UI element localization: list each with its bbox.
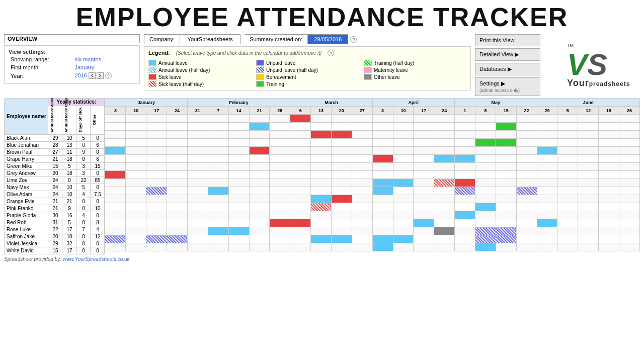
calendar-cell[interactable] xyxy=(496,195,516,203)
calendar-cell[interactable] xyxy=(475,155,496,163)
calendar-cell[interactable] xyxy=(249,139,270,147)
calendar-cell[interactable] xyxy=(167,139,188,147)
calendar-cell[interactable] xyxy=(352,131,372,139)
table-row[interactable]: Green Mike 15 5 3 15 xyxy=(5,163,105,170)
legend-help-icon[interactable]: ? xyxy=(328,50,334,56)
calendar-row[interactable] xyxy=(105,235,640,243)
calendar-cell[interactable] xyxy=(331,155,352,163)
calendar-cell[interactable] xyxy=(578,203,599,211)
calendar-cell[interactable] xyxy=(126,203,146,211)
calendar-cell[interactable] xyxy=(290,227,311,235)
calendar-cell[interactable] xyxy=(455,171,475,179)
calendar-cell[interactable] xyxy=(393,155,414,163)
calendar-cell[interactable] xyxy=(311,179,332,187)
calendar-cell[interactable] xyxy=(167,227,188,235)
calendar-cell[interactable] xyxy=(455,163,475,171)
calendar-cell[interactable] xyxy=(167,203,188,211)
calendar-cell[interactable] xyxy=(105,203,126,211)
calendar-cell[interactable] xyxy=(516,195,537,203)
calendar-cell[interactable] xyxy=(208,219,228,227)
calendar-cell[interactable] xyxy=(619,155,639,163)
table-row[interactable]: Brown Paul 27 11 9 0 xyxy=(5,149,105,156)
calendar-cell[interactable] xyxy=(496,187,516,195)
calendar-cell[interactable] xyxy=(496,171,516,179)
calendar-cell[interactable] xyxy=(619,139,639,147)
calendar-cell[interactable] xyxy=(434,187,455,195)
calendar-cell[interactable] xyxy=(372,131,393,139)
calendar-cell[interactable] xyxy=(187,155,208,163)
calendar-cell[interactable] xyxy=(228,203,249,211)
table-row[interactable]: Lime Zoe 24 0 22 85 xyxy=(5,177,105,184)
calendar-cell[interactable] xyxy=(393,139,414,147)
calendar-cell[interactable] xyxy=(557,147,578,155)
calendar-cell[interactable] xyxy=(208,211,228,219)
calendar-cell[interactable] xyxy=(578,163,599,171)
calendar-cell[interactable] xyxy=(619,123,639,131)
calendar-cell[interactable] xyxy=(619,147,639,155)
calendar-cell[interactable] xyxy=(167,211,188,219)
legend-sick[interactable]: Sick leave xyxy=(148,74,251,80)
calendar-cell[interactable] xyxy=(290,123,311,131)
calendar-cell[interactable] xyxy=(228,115,249,123)
calendar-cell[interactable] xyxy=(208,147,228,155)
calendar-row[interactable] xyxy=(105,131,640,139)
calendar-cell[interactable] xyxy=(290,163,311,171)
calendar-cell[interactable] xyxy=(372,155,393,163)
calendar-cell[interactable] xyxy=(496,115,516,123)
calendar-cell[interactable] xyxy=(126,227,146,235)
calendar-cell[interactable] xyxy=(187,195,208,203)
calendar-cell[interactable] xyxy=(187,147,208,155)
table-row[interactable]: Purple Gloria 30 16 4 0 xyxy=(5,212,105,219)
legend-annual[interactable]: Annual leave xyxy=(148,60,251,66)
calendar-cell[interactable] xyxy=(434,211,455,219)
calendar-cell[interactable] xyxy=(208,195,228,203)
calendar-cell[interactable] xyxy=(537,115,557,123)
calendar-cell[interactable] xyxy=(455,235,475,243)
calendar-cell[interactable] xyxy=(619,219,639,227)
calendar-cell[interactable] xyxy=(496,131,516,139)
calendar-cell[interactable] xyxy=(475,219,496,227)
calendar-cell[interactable] xyxy=(228,243,249,251)
calendar-cell[interactable] xyxy=(496,219,516,227)
calendar-cell[interactable] xyxy=(126,187,146,195)
calendar-row[interactable] xyxy=(105,115,640,123)
calendar-cell[interactable] xyxy=(393,227,414,235)
calendar-cell[interactable] xyxy=(578,171,599,179)
calendar-cell[interactable] xyxy=(311,155,332,163)
calendar-cell[interactable] xyxy=(537,123,557,131)
calendar-cell[interactable] xyxy=(434,171,455,179)
calendar-cell[interactable] xyxy=(228,171,249,179)
calendar-cell[interactable] xyxy=(126,163,146,171)
calendar-cell[interactable] xyxy=(414,235,434,243)
table-row[interactable]: White David 15 17 0 0 xyxy=(5,247,105,254)
calendar-cell[interactable] xyxy=(290,235,311,243)
calendar-cell[interactable] xyxy=(393,243,414,251)
calendar-cell[interactable] xyxy=(352,179,372,187)
calendar-cell[interactable] xyxy=(537,235,557,243)
calendar-cell[interactable] xyxy=(372,123,393,131)
calendar-cell[interactable] xyxy=(105,139,126,147)
calendar-cell[interactable] xyxy=(249,155,270,163)
calendar-cell[interactable] xyxy=(599,163,619,171)
calendar-cell[interactable] xyxy=(434,147,455,155)
calendar-cell[interactable] xyxy=(599,115,619,123)
calendar-cell[interactable] xyxy=(557,227,578,235)
calendar-cell[interactable] xyxy=(475,139,496,147)
calendar-cell[interactable] xyxy=(599,211,619,219)
calendar-cell[interactable] xyxy=(352,187,372,195)
calendar-cell[interactable] xyxy=(434,195,455,203)
calendar-cell[interactable] xyxy=(516,123,537,131)
calendar-cell[interactable] xyxy=(578,235,599,243)
calendar-cell[interactable] xyxy=(434,131,455,139)
calendar-row[interactable] xyxy=(105,227,640,235)
calendar-cell[interactable] xyxy=(475,123,496,131)
calendar-row[interactable] xyxy=(105,187,640,195)
calendar-cell[interactable] xyxy=(393,235,414,243)
calendar-cell[interactable] xyxy=(126,155,146,163)
calendar-cell[interactable] xyxy=(537,147,557,155)
table-row[interactable]: Grey Andrew 20 18 3 0 xyxy=(5,170,105,177)
calendar-cell[interactable] xyxy=(619,163,639,171)
calendar-cell[interactable] xyxy=(455,243,475,251)
calendar-cell[interactable] xyxy=(414,203,434,211)
calendar-cell[interactable] xyxy=(619,171,639,179)
